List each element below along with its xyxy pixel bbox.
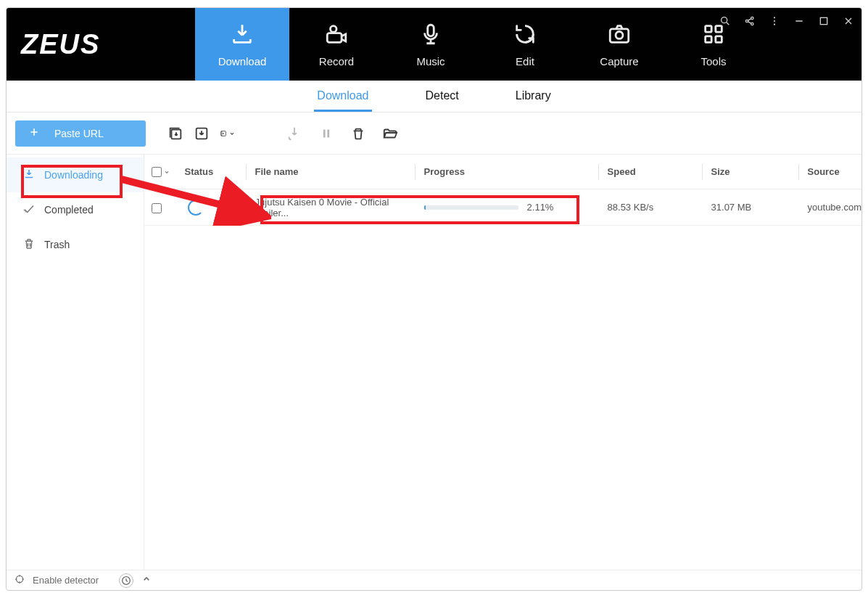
downloading-icon	[22, 168, 36, 183]
select-all-checkbox[interactable]	[152, 167, 162, 177]
header-size[interactable]: Size	[711, 166, 798, 177]
close-icon[interactable]	[843, 15, 854, 30]
main-tab-capture[interactable]: Capture	[572, 8, 666, 81]
main-tab-bar: Download Record Music Edit	[195, 8, 761, 81]
svg-rect-16	[820, 17, 827, 24]
svg-rect-5	[706, 25, 712, 32]
trash-icon	[22, 237, 36, 253]
clock-icon[interactable]	[119, 573, 133, 588]
chevron-up-icon[interactable]	[141, 573, 152, 587]
header-select-all[interactable]	[152, 167, 181, 177]
column-separator	[598, 164, 599, 180]
svg-point-21	[222, 133, 223, 134]
table-header: Status File name Progress Speed Size Sou…	[144, 155, 861, 189]
minimize-icon[interactable]	[793, 15, 805, 30]
title-controls	[719, 15, 854, 30]
svg-point-23	[16, 576, 22, 582]
search-icon[interactable]	[719, 15, 731, 30]
svg-point-22	[222, 134, 223, 135]
maximize-icon[interactable]	[818, 15, 830, 30]
record-icon	[324, 22, 349, 49]
header-progress[interactable]: Progress	[424, 166, 598, 177]
row-speed: 88.53 KB/s	[608, 202, 702, 213]
sidebar-item-trash[interactable]: Trash	[7, 227, 144, 262]
svg-rect-7	[706, 36, 712, 42]
column-separator	[415, 164, 416, 180]
main-tab-music[interactable]: Music	[384, 8, 478, 81]
main-tab-label: Capture	[600, 55, 638, 67]
capture-icon	[607, 22, 632, 49]
main-tab-label: Music	[416, 55, 445, 67]
share-icon[interactable]	[744, 15, 756, 30]
delete-icon[interactable]	[350, 126, 366, 142]
svg-rect-1	[327, 33, 342, 42]
header-speed[interactable]: Speed	[608, 166, 702, 177]
toolbar: Paste URL	[7, 112, 861, 155]
status-bar: Enable detector	[7, 570, 861, 590]
main-tab-record[interactable]: Record	[289, 8, 384, 81]
svg-point-20	[222, 131, 223, 132]
content-area: Downloading Completed Trash Status File …	[7, 155, 861, 570]
toolbar-group-batch	[168, 126, 236, 142]
download-icon	[230, 22, 255, 49]
sidebar-item-completed[interactable]: Completed	[7, 192, 144, 227]
svg-point-14	[774, 20, 775, 22]
column-separator	[702, 164, 703, 180]
titlebar: ZEUS Download Record Music	[7, 8, 861, 81]
open-folder-icon[interactable]	[382, 126, 398, 142]
main-tab-label: Download	[218, 55, 267, 67]
pause-icon[interactable]	[318, 126, 334, 142]
sidebar-item-label: Trash	[44, 239, 70, 250]
sub-tab-library[interactable]: Library	[513, 89, 554, 112]
app-logo: ZEUS	[7, 8, 195, 81]
sub-tab-download[interactable]: Download	[314, 89, 371, 112]
main-tab-label: Edit	[516, 55, 534, 67]
completed-icon	[22, 202, 36, 218]
header-status[interactable]: Status	[181, 166, 246, 177]
paste-url-button[interactable]: Paste URL	[15, 120, 146, 147]
app-window: ZEUS Download Record Music	[6, 7, 862, 591]
target-icon[interactable]	[14, 573, 25, 587]
svg-rect-2	[428, 25, 434, 36]
sidebar-item-label: Downloading	[44, 169, 103, 181]
svg-point-15	[774, 24, 775, 25]
sub-tab-detect[interactable]: Detect	[423, 89, 462, 112]
resume-icon[interactable]	[286, 126, 302, 142]
header-source[interactable]: Source	[808, 166, 861, 177]
downloading-spinner-icon	[188, 200, 204, 216]
convert-icon[interactable]	[220, 126, 236, 142]
table-row[interactable]: Jujutsu Kaisen 0 Movie - Official Traile…	[144, 189, 861, 226]
row-checkbox[interactable]	[152, 203, 162, 213]
main-tab-label: Tools	[700, 55, 726, 67]
progress-bar	[424, 205, 518, 210]
row-progress: 2.11%	[424, 202, 598, 213]
main-tab-download[interactable]: Download	[195, 8, 289, 81]
main-tab-label: Record	[319, 55, 354, 67]
batch-download-icon[interactable]	[168, 126, 183, 142]
toolbar-group-actions	[286, 126, 398, 142]
row-size: 31.07 MB	[711, 202, 798, 213]
plus-icon	[28, 126, 40, 140]
row-filename: Jujutsu Kaisen 0 Movie - Official Traile…	[255, 197, 415, 218]
main-tab-edit[interactable]: Edit	[478, 8, 572, 81]
edit-icon	[513, 22, 537, 49]
music-icon	[418, 22, 443, 49]
progress-text: 2.11%	[527, 202, 554, 213]
svg-point-4	[616, 31, 623, 38]
sidebar-item-downloading[interactable]: Downloading	[7, 157, 144, 192]
svg-point-0	[331, 25, 337, 32]
header-filename[interactable]: File name	[255, 166, 415, 177]
svg-point-13	[774, 17, 775, 18]
svg-point-9	[722, 17, 727, 23]
enable-detector-label[interactable]: Enable detector	[33, 575, 99, 586]
sidebar-item-label: Completed	[44, 204, 94, 216]
sidebar: Downloading Completed Trash	[7, 155, 144, 570]
sub-tab-bar: Download Detect Library	[7, 81, 861, 112]
download-single-icon[interactable]	[194, 126, 210, 142]
chevron-down-icon	[163, 168, 170, 176]
column-separator	[246, 164, 247, 180]
menu-icon[interactable]	[769, 15, 780, 30]
row-source: youtube.com	[808, 202, 861, 213]
main-panel: Status File name Progress Speed Size Sou…	[144, 155, 861, 570]
row-status	[181, 200, 246, 216]
